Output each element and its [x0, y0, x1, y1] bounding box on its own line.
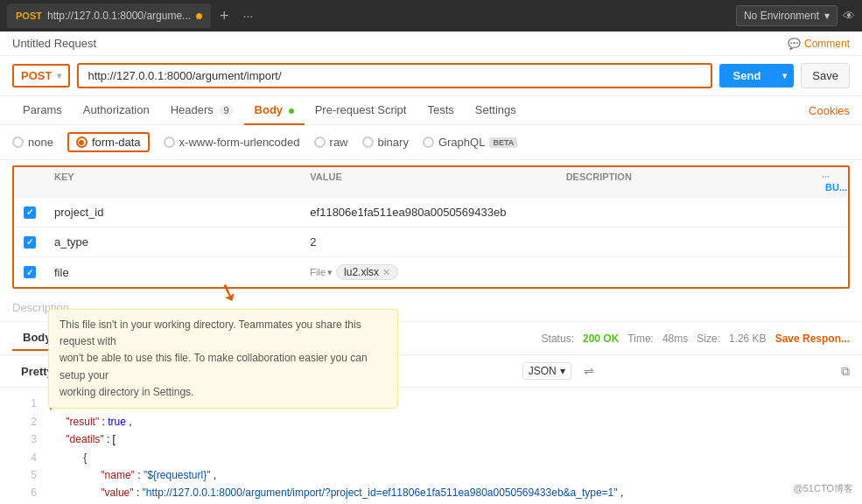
body-type-binary[interactable]: binary	[362, 136, 409, 149]
code-line-3: 3 "deatils" : [	[12, 430, 850, 448]
tab-params[interactable]: Params	[12, 96, 73, 125]
row1-checkbox[interactable]	[14, 198, 46, 227]
file-chevron-icon: ▾	[327, 267, 333, 278]
checkbox-checked-icon	[24, 236, 36, 248]
request-title: Untitled Request	[12, 37, 96, 50]
body-active-dot	[289, 108, 294, 114]
send-label: Send	[719, 64, 775, 88]
code-line-5: 5 "name" : "${requesturl}" ,	[12, 466, 850, 484]
method-chevron-icon: ▾	[57, 71, 61, 80]
file-remove-icon[interactable]: ✕	[382, 267, 390, 278]
send-arrow-icon[interactable]: ▾	[775, 66, 794, 86]
checkbox-checked-icon	[24, 206, 36, 219]
env-selector: No Environment ▾ 👁	[736, 5, 855, 26]
size-label: Size:	[697, 332, 720, 345]
method-selector[interactable]: POST ▾	[12, 64, 70, 88]
row1-key[interactable]: project_id	[46, 200, 301, 224]
checkbox-checked-icon	[24, 266, 36, 278]
row2-value[interactable]: 2	[301, 230, 557, 254]
tooltip-line2: won't be able to use this file. To make …	[60, 352, 368, 381]
method-text: POST	[21, 69, 52, 82]
radio-urlencoded-icon	[164, 136, 175, 148]
headers-badge: 9	[219, 105, 233, 116]
table-row: file File ▾ lu2.xlsx ✕	[14, 257, 848, 287]
tab-headers[interactable]: Headers 9	[160, 96, 244, 125]
url-bar: POST ▾ http://127.0.0.1:8000/argument/im…	[0, 56, 862, 96]
col-desc-header: DESCRIPTION	[557, 172, 813, 192]
col-value-header: VALUE	[301, 172, 557, 192]
file-type-selector[interactable]: File ▾	[310, 267, 333, 278]
tooltip-line1: This file isn't in your working director…	[60, 318, 361, 347]
tab-settings[interactable]: Settings	[465, 96, 527, 125]
format-label: JSON	[529, 365, 557, 377]
env-label: No Environment	[744, 10, 819, 22]
col-actions-header: ··· Bu...	[813, 172, 848, 192]
row2-checkbox[interactable]	[14, 228, 46, 256]
row3-checkbox[interactable]	[14, 257, 46, 287]
tab-authorization[interactable]: Authorization	[73, 96, 160, 125]
body-type-none[interactable]: none	[12, 136, 53, 149]
row3-key[interactable]: file	[46, 261, 301, 284]
copy-icon[interactable]: ⧉	[841, 364, 850, 379]
size-value: 1.26 KB	[729, 332, 767, 345]
status-code: 200 OK	[583, 332, 619, 345]
env-dropdown[interactable]: No Environment ▾	[736, 5, 837, 26]
tab-tests[interactable]: Tests	[417, 96, 464, 125]
row1-value[interactable]: ef11806e1fa511ea980a0050569433eb	[301, 200, 557, 224]
add-tab-button[interactable]: +	[214, 7, 235, 25]
more-options-icon[interactable]: ···	[822, 172, 830, 182]
row1-desc[interactable]	[557, 207, 813, 218]
comment-button[interactable]: 💬 Comment	[788, 38, 850, 50]
code-line-6: 6 "value" : "http://127.0.0.1:8000/argum…	[12, 484, 850, 501]
row2-key[interactable]: a_type	[46, 230, 301, 254]
save-button[interactable]: Save	[801, 63, 850, 88]
body-type-graphql[interactable]: GraphQL BETA	[423, 136, 517, 149]
table-row: project_id ef11806e1fa511ea980a005056943…	[14, 198, 848, 228]
save-response-button[interactable]: Save Respon...	[775, 332, 850, 345]
file-tag: lu2.xlsx ✕	[336, 264, 398, 280]
url-input[interactable]: http://127.0.0.1:8000/argument/import/	[77, 63, 711, 88]
file-name: lu2.xlsx	[344, 266, 379, 278]
radio-graphql-icon	[423, 136, 434, 148]
format-selector[interactable]: JSON ▾	[522, 362, 571, 380]
send-button[interactable]: Send ▾	[719, 64, 795, 88]
tab-method-badge: POST	[16, 10, 42, 21]
request-title-bar: Untitled Request 💬 Comment	[0, 32, 862, 56]
status-info: Status: 200 OK Time: 48ms Size: 1.26 KB …	[542, 332, 850, 345]
format-chevron-icon: ▾	[560, 365, 565, 377]
wrap-icon[interactable]: ⇌	[584, 364, 594, 378]
status-label: Status:	[542, 332, 574, 345]
row3-file-value: File ▾ lu2.xlsx ✕	[301, 259, 557, 285]
eye-icon[interactable]: 👁	[843, 9, 855, 23]
tab-unsaved-dot	[196, 13, 202, 19]
tab-nav: Params Authorization Headers 9 Body Pre-…	[0, 96, 862, 125]
code-line-4: 4 {	[12, 449, 850, 466]
body-type-form-data[interactable]: form-data	[67, 132, 150, 152]
tab-pre-request-script[interactable]: Pre-request Script	[305, 96, 417, 125]
body-type-urlencoded[interactable]: x-www-form-urlencoded	[164, 136, 300, 149]
radio-raw-icon	[314, 136, 326, 148]
radio-none-icon	[12, 136, 24, 148]
top-bar: POST http://127.0.0.1:8000/argume... + ·…	[0, 0, 862, 32]
table-header: KEY VALUE DESCRIPTION ··· Bu...	[14, 167, 848, 198]
comment-icon: 💬	[788, 38, 801, 50]
file-warning-tooltip: This file isn't in your working director…	[48, 309, 398, 409]
radio-formdata-icon	[76, 136, 88, 148]
bulk-edit-label[interactable]: Bu...	[825, 182, 847, 192]
col-key-header: KEY	[46, 172, 301, 192]
graphql-beta-badge: BETA	[489, 137, 517, 148]
tooltip-line3: working directory in Settings.	[60, 386, 193, 398]
row3-desc[interactable]	[557, 267, 813, 277]
body-type-raw[interactable]: raw	[314, 136, 348, 149]
row2-desc[interactable]	[557, 237, 813, 248]
tab-body[interactable]: Body	[244, 96, 305, 125]
request-tab[interactable]: POST http://127.0.0.1:8000/argume...	[7, 4, 211, 28]
col-check	[14, 172, 46, 192]
body-type-bar: none form-data x-www-form-urlencoded raw…	[0, 125, 862, 160]
radio-binary-icon	[362, 136, 374, 148]
form-data-table: KEY VALUE DESCRIPTION ··· Bu... project_…	[12, 165, 850, 289]
more-tabs-button[interactable]: ···	[238, 9, 259, 23]
cookies-link[interactable]: Cookies	[809, 104, 850, 117]
watermark: @51CTO博客	[794, 482, 853, 495]
time-label: Time:	[627, 332, 654, 345]
